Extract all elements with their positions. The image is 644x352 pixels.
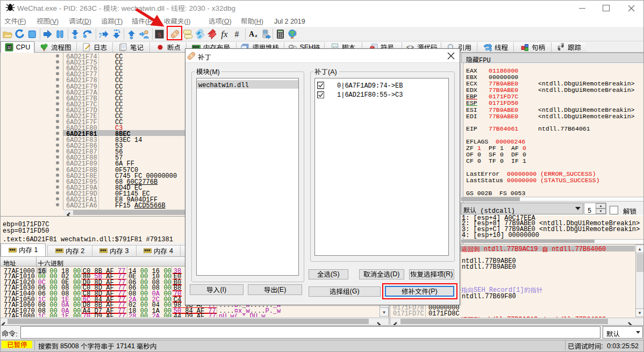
svg-text:fx: fx	[221, 29, 228, 39]
svg-text:32: 32	[7, 45, 11, 49]
svg-text:z: z	[255, 33, 257, 38]
svg-text:A: A	[249, 30, 255, 38]
svg-text:#: #	[234, 30, 239, 39]
